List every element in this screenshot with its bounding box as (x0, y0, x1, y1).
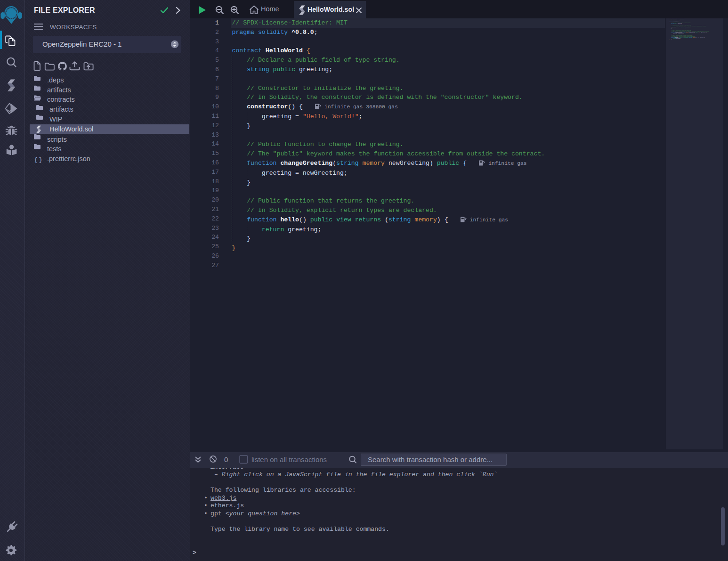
svg-text:listen on all transactions: listen on all transactions (251, 455, 327, 463)
svg-text:0: 0 (224, 455, 228, 463)
svg-text:{ }: { } (34, 156, 42, 163)
